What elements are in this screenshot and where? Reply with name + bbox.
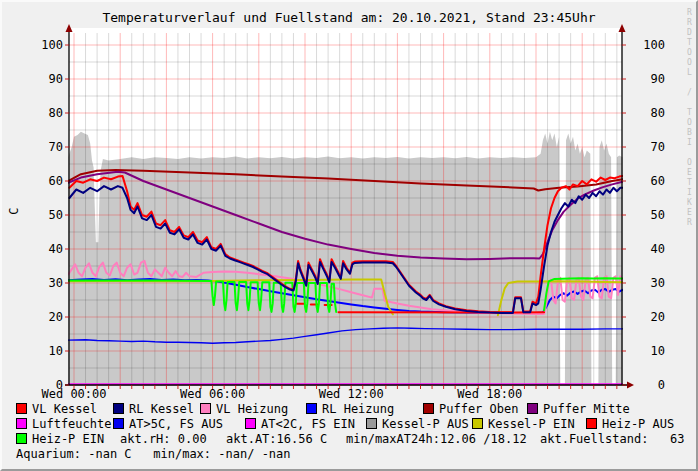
rrdtool-graph: Temperaturverlauf und Fuellstand am: 20.… xyxy=(0,0,698,471)
legend-color-swatch xyxy=(245,418,256,429)
legend-color-swatch xyxy=(586,418,597,429)
chart-legend: VL KesselRL KesselVL HeizungRL HeizungPu… xyxy=(2,2,696,469)
legend-item-vl-kessel: VL Kessel xyxy=(16,403,97,416)
legend-color-swatch xyxy=(366,418,377,429)
legend-item-akt-rh-0-00: akt.rH: 0.00 xyxy=(120,433,207,446)
legend-item-heiz-p-aus: Heiz-P AUS xyxy=(586,418,674,431)
legend-item-akt-at-16-56-c: akt.AT:16.56 C xyxy=(226,433,327,446)
legend-color-swatch xyxy=(16,418,27,429)
legend-item-kessel-p-aus: Kessel-P AUS xyxy=(366,418,469,431)
legend-item-at-2c-fs-ein: AT<2C, FS EIN xyxy=(245,418,355,431)
legend-color-swatch xyxy=(306,403,317,414)
legend-item-min-maxat24h-12-06-18-12: min/maxAT24h:12.06 /18.12 xyxy=(346,433,527,446)
legend-item-vl-heizung: VL Heizung xyxy=(200,403,288,416)
legend-item-aquarium-nan-c-min-max-nan-nan: Aquarium: -nan C min/max: -nan/ -nan xyxy=(16,448,291,461)
legend-item-heiz-p-ein: Heiz-P EIN xyxy=(16,433,104,446)
legend-color-swatch xyxy=(113,403,124,414)
legend-item-rl-kessel: RL Kessel xyxy=(113,403,194,416)
legend-item-at-5c-fs-aus: AT>5C, FS AUS xyxy=(113,418,223,431)
legend-item-kessel-p-ein: Kessel-P EIN xyxy=(472,418,575,431)
legend-item-akt-fuellstand-63: akt.Fuellstand: 63 xyxy=(540,433,685,446)
legend-item-puffer-mitte: Puffer Mitte xyxy=(527,403,630,416)
legend-item-rl-heizung: RL Heizung xyxy=(306,403,394,416)
legend-color-swatch xyxy=(16,403,27,414)
legend-color-swatch xyxy=(423,403,434,414)
legend-color-swatch xyxy=(200,403,211,414)
legend-color-swatch xyxy=(472,418,483,429)
legend-color-swatch xyxy=(16,433,27,444)
legend-color-swatch xyxy=(527,403,538,414)
legend-item-puffer-oben: Puffer Oben xyxy=(423,403,518,416)
legend-item-luftfeuchte: Luftfeuchte xyxy=(16,418,111,431)
legend-color-swatch xyxy=(113,418,124,429)
